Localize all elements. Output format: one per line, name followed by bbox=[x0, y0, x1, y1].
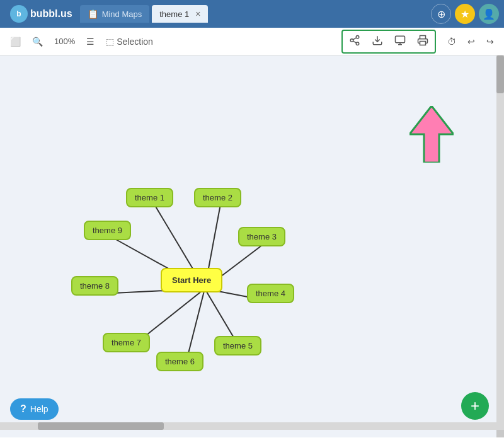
node-theme2[interactable]: theme 2 bbox=[194, 188, 241, 207]
theme2-label: theme 2 bbox=[203, 193, 232, 202]
add-button[interactable]: + bbox=[461, 392, 489, 420]
frame-button[interactable]: ⬜ bbox=[5, 34, 26, 49]
tab-close-icon[interactable]: × bbox=[195, 9, 200, 19]
horizontal-scrollbar-thumb[interactable] bbox=[38, 422, 164, 430]
user-button[interactable]: 👤 bbox=[479, 4, 499, 24]
node-theme6[interactable]: theme 6 bbox=[156, 352, 203, 371]
screen-button[interactable] bbox=[389, 32, 411, 51]
zoom-button[interactable]: 🔍 bbox=[27, 34, 48, 49]
vertical-scrollbar[interactable] bbox=[496, 55, 504, 437]
theme7-label: theme 7 bbox=[112, 338, 141, 347]
editor-toolbar: ⬜ 🔍 100% ☰ ⬚ Selection ⏱ ↩ ↪ bbox=[0, 28, 504, 55]
node-theme3[interactable]: theme 3 bbox=[238, 227, 285, 246]
print-button[interactable] bbox=[412, 32, 433, 51]
share-button[interactable] bbox=[344, 32, 365, 51]
mind-maps-tab-icon: 📋 bbox=[88, 9, 98, 19]
logo-icon: b bbox=[10, 5, 28, 23]
center-node-label: Start Here bbox=[172, 275, 211, 285]
top-right-icons: ⊕ ★ 👤 bbox=[431, 4, 499, 24]
horizontal-scrollbar[interactable] bbox=[0, 422, 496, 430]
selection-icon: ⬚ bbox=[106, 37, 114, 47]
svg-rect-9 bbox=[420, 41, 426, 45]
svg-marker-19 bbox=[410, 106, 454, 163]
arrow-annotation bbox=[410, 106, 454, 163]
theme1-tab-label: theme 1 bbox=[159, 9, 189, 19]
node-theme9[interactable]: theme 9 bbox=[84, 221, 131, 240]
svg-line-4 bbox=[353, 37, 356, 39]
help-label: Help bbox=[30, 404, 49, 414]
logo-text: bubbl.us bbox=[30, 8, 72, 20]
tab-theme1[interactable]: theme 1 × bbox=[152, 5, 208, 23]
theme4-label: theme 4 bbox=[256, 289, 285, 298]
star-button[interactable]: ★ bbox=[455, 4, 475, 24]
node-theme7[interactable]: theme 7 bbox=[103, 333, 150, 352]
theme9-label: theme 9 bbox=[93, 226, 122, 235]
tab-mind-maps[interactable]: 📋 Mind Maps bbox=[80, 5, 150, 23]
globe-button[interactable]: ⊕ bbox=[431, 4, 451, 24]
logo-area: b bubbl.us bbox=[5, 5, 77, 23]
undo-button[interactable]: ↩ bbox=[462, 34, 480, 49]
node-theme4[interactable]: theme 4 bbox=[247, 284, 294, 303]
theme8-label: theme 8 bbox=[80, 281, 110, 291]
mind-maps-tab-label: Mind Maps bbox=[102, 9, 142, 19]
history-toolbar-group: ⏱ ↩ ↪ bbox=[442, 34, 499, 49]
download-button[interactable] bbox=[367, 32, 388, 51]
node-theme8[interactable]: theme 8 bbox=[71, 276, 118, 296]
canvas-area[interactable]: Start Here theme 1 theme 2 theme 3 theme… bbox=[0, 55, 504, 437]
share-group bbox=[341, 30, 436, 54]
history-button[interactable]: ⏱ bbox=[442, 34, 461, 49]
node-theme1[interactable]: theme 1 bbox=[126, 188, 173, 207]
svg-point-2 bbox=[356, 42, 359, 45]
scrollbar-corner bbox=[496, 430, 504, 437]
svg-point-1 bbox=[350, 38, 353, 42]
svg-point-0 bbox=[356, 35, 359, 38]
node-theme5[interactable]: theme 5 bbox=[214, 336, 261, 355]
add-icon: + bbox=[471, 397, 479, 415]
svg-line-3 bbox=[353, 41, 356, 43]
svg-rect-6 bbox=[396, 36, 405, 43]
theme5-label: theme 5 bbox=[223, 341, 253, 350]
theme3-label: theme 3 bbox=[247, 232, 277, 241]
vertical-scrollbar-thumb[interactable] bbox=[496, 55, 504, 93]
help-icon: ? bbox=[20, 403, 26, 415]
zoom-level: 100% bbox=[49, 34, 80, 49]
theme1-label: theme 1 bbox=[135, 193, 164, 202]
top-navigation-bar: b bubbl.us 📋 Mind Maps theme 1 × ⊕ ★ 👤 bbox=[0, 0, 504, 28]
help-button[interactable]: ? Help bbox=[10, 398, 59, 420]
redo-button[interactable]: ↪ bbox=[481, 34, 499, 49]
selection-button[interactable]: ⬚ Selection bbox=[101, 34, 158, 49]
selection-label: Selection bbox=[117, 37, 153, 47]
menu-button[interactable]: ☰ bbox=[81, 34, 100, 49]
theme6-label: theme 6 bbox=[165, 357, 195, 366]
center-node[interactable]: Start Here bbox=[161, 268, 222, 292]
